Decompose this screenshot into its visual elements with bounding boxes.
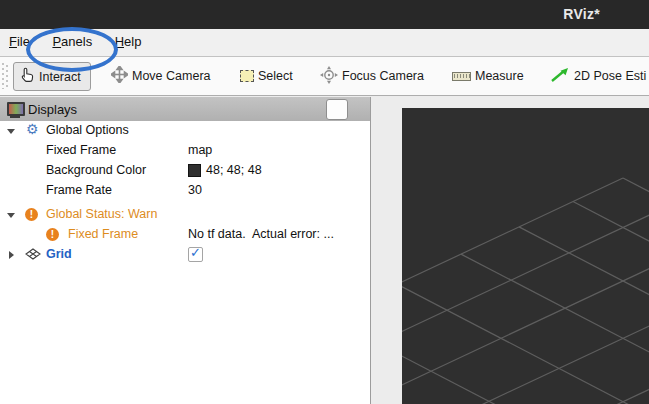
warning-icon: ! [46,228,59,241]
color-swatch [188,164,201,177]
tool-interact-button[interactable]: Interact [13,62,91,91]
tool-select[interactable]: Select [240,57,293,95]
window-title: RViz* [563,6,600,22]
tree-row-frame-rate[interactable]: Frame Rate 30 [0,181,370,201]
tool-focus-camera-label: Focus Camera [342,69,424,83]
row-label: Fixed Frame [46,143,116,157]
tool-2d-pose-estimate-label: 2D Pose Esti [574,69,646,83]
displays-panel-title: Displays [28,102,77,117]
frame-rate-value[interactable]: 30 [188,183,202,197]
menu-panels[interactable]: Panels [43,29,101,53]
ruler-icon [452,72,471,81]
ground-grid [402,108,649,404]
tool-move-camera-label: Move Camera [132,69,211,83]
warning-message: No tf data. Actual error: ... [188,227,334,241]
toolbar: Interact Move Camera Select [0,57,649,96]
grid-icon [25,248,41,263]
hand-cursor-icon [19,66,36,87]
menu-file[interactable]: File [0,29,39,53]
tree-row-global-status[interactable]: ! Global Status: Warn [0,205,370,225]
displays-tree: ⚙ Global Options Fixed Frame map Backgro… [0,121,370,404]
panel-undock-button[interactable] [326,99,348,120]
tree-row-fixed-frame[interactable]: Fixed Frame map [0,141,370,161]
displays-panel-header[interactable]: Displays [0,97,370,121]
focus-crosshair-icon [320,66,338,87]
grid-enabled-checkbox[interactable]: ✓ [188,247,203,262]
tool-measure-label: Measure [475,69,524,83]
row-label: Background Color [46,163,146,177]
displays-panel: Displays ⚙ Global Options Fixed Frame ma… [0,97,371,404]
title-bar: RViz* [0,0,649,29]
expand-arrow-icon[interactable] [9,251,14,259]
green-arrow-icon [550,67,570,86]
toolbar-grip-handle[interactable] [2,63,9,89]
menu-help[interactable]: Help [106,29,151,53]
tree-row-global-options[interactable]: ⚙ Global Options [0,121,370,141]
checkbox-checked-icon[interactable]: ✓ [188,247,203,262]
gear-icon: ⚙ [26,121,39,137]
warning-icon: ! [25,208,38,221]
tree-row-grid[interactable]: Grid ✓ [0,245,370,265]
selection-box-icon [240,70,254,82]
tool-focus-camera[interactable]: Focus Camera [320,57,424,95]
rviz-window: RViz* File Panels Help Interact [0,0,649,404]
collapse-arrow-icon[interactable] [7,213,15,218]
row-label: Fixed Frame [68,227,138,241]
row-label: Global Status: Warn [46,207,157,221]
tree-row-background-color[interactable]: Background Color 48; 48; 48 [0,161,370,181]
row-label: Grid [46,247,72,261]
fixed-frame-value[interactable]: map [188,143,212,157]
row-label: Global Options [46,123,129,137]
tool-2d-pose-estimate[interactable]: 2D Pose Esti [550,57,646,95]
monitor-icon [6,101,24,118]
tool-interact-label: Interact [39,70,81,84]
tool-select-label: Select [258,69,293,83]
background-color-value[interactable]: 48; 48; 48 [188,163,262,177]
tool-measure[interactable]: Measure [452,57,524,95]
render-viewport[interactable] [402,108,649,404]
tree-row-fixed-frame-warning[interactable]: ! Fixed Frame No tf data. Actual error: … [0,225,370,245]
collapse-arrow-icon[interactable] [7,129,15,134]
row-label: Frame Rate [46,183,112,197]
menu-bar: File Panels Help [0,29,649,57]
tool-move-camera[interactable]: Move Camera [111,57,211,95]
move-arrows-icon [111,66,128,86]
